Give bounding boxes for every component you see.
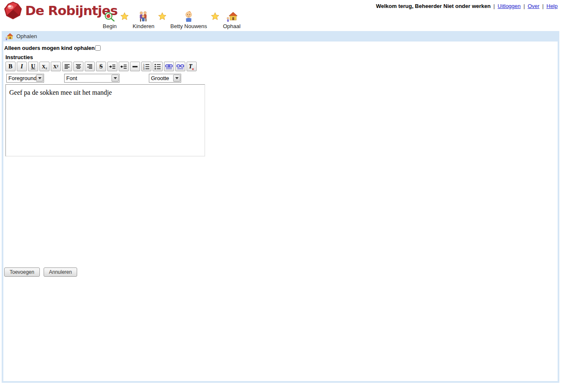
ordered-list-icon: 1 2 3 xyxy=(143,64,150,70)
chevron-down-icon xyxy=(36,75,43,82)
annuleren-button[interactable]: Annuleren xyxy=(44,267,78,277)
unordered-list-button[interactable] xyxy=(153,62,163,71)
editor-dropdown-row: Foreground Font Grootte xyxy=(6,74,558,83)
magnifier-apple-icon xyxy=(104,11,115,22)
link-icon xyxy=(165,64,173,69)
breadcrumb: Begin Kinderen xyxy=(103,11,241,29)
outdent-button[interactable] xyxy=(119,62,129,71)
chevron-down-icon xyxy=(173,75,180,82)
nav-item-kinderen[interactable]: Kinderen xyxy=(132,11,154,29)
align-right-button[interactable] xyxy=(85,62,95,71)
superscript-icon: X² xyxy=(53,64,58,69)
welcome-bar: Welkom terug, Beheerder Niet onder werke… xyxy=(376,3,558,9)
underline-button[interactable]: U xyxy=(28,62,38,71)
subscript-button[interactable]: X₂ xyxy=(39,62,49,71)
ruby-gem-icon xyxy=(3,1,23,20)
font-select[interactable]: Font xyxy=(64,74,119,83)
pickup-checkbox[interactable] xyxy=(95,45,101,51)
nav-item-begin[interactable]: Begin xyxy=(103,11,117,29)
about-link[interactable]: Over xyxy=(527,3,539,9)
svg-text:3: 3 xyxy=(143,67,145,70)
separator: | xyxy=(522,3,526,9)
italic-icon: I xyxy=(21,64,23,70)
remove-format-icon: T x xyxy=(188,63,195,70)
instructions-editor-area[interactable]: Geef pa de sokken mee uit het mandje xyxy=(5,84,205,156)
children-icon xyxy=(138,11,149,22)
horizontal-rule-button[interactable] xyxy=(130,62,140,71)
link-button[interactable] xyxy=(164,62,174,71)
align-left-button[interactable] xyxy=(62,62,72,71)
underline-icon: U xyxy=(31,64,35,70)
logout-link[interactable]: Uitloggen xyxy=(498,3,521,9)
house-icon xyxy=(226,11,237,22)
separator: | xyxy=(541,3,545,9)
horizontal-rule-icon xyxy=(132,64,138,69)
welcome-text: Welkom terug, Beheerder Niet onder werke… xyxy=(376,3,491,9)
nav-item-ophaal[interactable]: Ophaal xyxy=(223,11,241,29)
pickup-checkbox-label: Alleen ouders mogen kind ophalen xyxy=(4,45,95,51)
subscript-icon: X₂ xyxy=(42,64,47,69)
content-frame: Ophalen Alleen ouders mogen kind ophalen… xyxy=(2,31,559,383)
strikethrough-button[interactable]: S xyxy=(96,62,106,71)
unordered-list-icon xyxy=(154,64,161,70)
align-center-button[interactable] xyxy=(73,62,83,71)
toevoegen-button[interactable]: Toevoegen xyxy=(4,267,40,277)
svg-text:x: x xyxy=(192,67,194,70)
header: De Robijntjes Welkom terug, Beheerder Ni… xyxy=(0,0,561,31)
nav-item-betty-nouwens[interactable]: Betty Nouwens xyxy=(170,11,207,29)
size-select[interactable]: Grootte xyxy=(149,74,181,83)
form: Alleen ouders mogen kind ophalen Instruc… xyxy=(3,45,558,384)
logo[interactable]: De Robijntjes xyxy=(3,1,117,20)
align-left-icon xyxy=(64,64,70,69)
strikethrough-icon: S xyxy=(99,64,103,70)
size-select-value: Grootte xyxy=(149,75,173,81)
align-center-icon xyxy=(75,64,81,69)
section-header: Ophalen xyxy=(3,31,558,42)
foreground-select-value: Foreground xyxy=(7,75,36,81)
remove-format-button[interactable]: T x xyxy=(187,62,197,71)
superscript-button[interactable]: X² xyxy=(51,62,61,71)
section-title: Ophalen xyxy=(16,33,37,39)
chevron-down-icon xyxy=(112,75,119,82)
unlink-icon xyxy=(177,64,184,69)
italic-button[interactable]: I xyxy=(17,62,27,71)
editor-toolbar: B I U X₂ X² xyxy=(5,62,558,71)
nav-label: Begin xyxy=(103,23,117,29)
nav-label: Kinderen xyxy=(132,23,154,29)
star-separator-icon xyxy=(211,12,219,22)
pickup-checkbox-row: Alleen ouders mogen kind ophalen xyxy=(4,45,558,51)
nav-label: Ophaal xyxy=(223,23,241,29)
align-right-icon xyxy=(87,64,93,69)
font-select-value: Font xyxy=(65,75,112,81)
separator: | xyxy=(492,3,496,9)
house-icon xyxy=(5,32,13,41)
star-separator-icon xyxy=(158,12,166,22)
indent-icon xyxy=(109,64,116,69)
nav-label: Betty Nouwens xyxy=(170,23,207,29)
instructions-label: Instructies xyxy=(5,54,558,60)
bold-icon: B xyxy=(8,64,12,70)
foreground-select[interactable]: Foreground xyxy=(6,74,44,83)
outdent-icon xyxy=(120,64,127,69)
bold-button[interactable]: B xyxy=(5,62,16,71)
form-buttons: Toevoegen Annuleren xyxy=(4,267,558,277)
star-separator-icon xyxy=(120,12,129,22)
help-link[interactable]: Help xyxy=(546,3,558,9)
ordered-list-button[interactable]: 1 2 3 xyxy=(141,62,151,71)
toddler-icon xyxy=(183,11,194,22)
indent-button[interactable] xyxy=(107,62,117,71)
unlink-button[interactable] xyxy=(175,62,185,71)
